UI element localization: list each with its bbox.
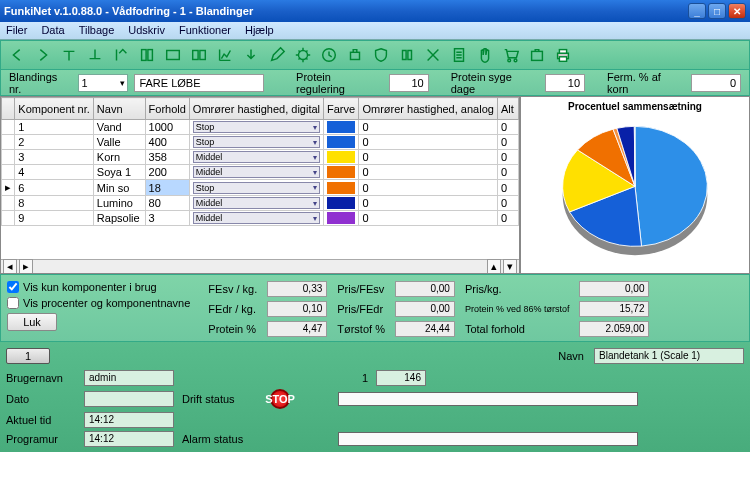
maximize-button[interactable]: □: [708, 3, 726, 19]
pump-icon[interactable]: [345, 45, 365, 65]
tank-name: Blandetank 1 (Scale 1): [594, 348, 744, 364]
bottom-icon[interactable]: [85, 45, 105, 65]
luk-button[interactable]: Luk: [7, 313, 57, 331]
title-bar: FunkiNet v.1.0.88.0 - Vådfodring - 1 - B…: [0, 0, 750, 22]
time-field: 14:12: [84, 412, 174, 428]
table-row[interactable]: 1Vand1000Stop00: [2, 120, 519, 135]
preg-field[interactable]: 10: [389, 74, 429, 92]
menu-data[interactable]: Data: [41, 24, 64, 37]
hand-icon[interactable]: [475, 45, 495, 65]
drift-bar: [338, 392, 638, 406]
table-row[interactable]: 4Soya 1200Middel00: [2, 165, 519, 180]
fesv-field: 0,33: [267, 281, 327, 297]
p86-field: 15,72: [579, 301, 649, 317]
svg-rect-11: [532, 51, 543, 60]
doc-icon[interactable]: [449, 45, 469, 65]
table-row[interactable]: ▸6Min so18Stop00: [2, 180, 519, 196]
component-grid[interactable]: Komponent nr.NavnForholdOmrører hastighe…: [0, 96, 520, 274]
tool8-icon[interactable]: [189, 45, 209, 65]
tank-tab[interactable]: 1: [6, 348, 50, 364]
menu-funktioner[interactable]: Funktioner: [179, 24, 231, 37]
bland-combo[interactable]: 1: [78, 74, 128, 92]
menu-filer[interactable]: Filer: [6, 24, 27, 37]
svg-point-10: [514, 59, 517, 62]
stats-bar: Vis kun komponenter i brug Vis procenter…: [0, 274, 750, 342]
scale-icon[interactable]: [527, 45, 547, 65]
tool6-icon[interactable]: [137, 45, 157, 65]
bottom-panel: 1 Navn Blandetank 1 (Scale 1) Brugernavn…: [0, 342, 750, 452]
svg-rect-7: [351, 52, 360, 59]
chk-inuse[interactable]: Vis kun komponenter i brug: [7, 281, 190, 293]
psyg-field[interactable]: 10: [545, 74, 585, 92]
minimize-button[interactable]: _: [688, 3, 706, 19]
chk-percent[interactable]: Vis procenter og komponentnavne: [7, 297, 190, 309]
desc-field[interactable]: FARE LØBE: [134, 74, 264, 92]
edit-icon[interactable]: [267, 45, 287, 65]
clock-icon[interactable]: [319, 45, 339, 65]
svg-rect-4: [200, 51, 205, 60]
preg-label: Protein regulering: [296, 71, 383, 95]
counter-field: 146: [376, 370, 426, 386]
menu-udskriv[interactable]: Udskriv: [128, 24, 165, 37]
grid-nav[interactable]: ◂▸▴▾: [1, 259, 519, 273]
menu-tilbage[interactable]: Tilbage: [79, 24, 115, 37]
tool5-icon[interactable]: [111, 45, 131, 65]
bland-label: Blandings nr.: [9, 71, 72, 95]
fedr-field: 0,10: [267, 301, 327, 317]
table-row[interactable]: 3Korn358Middel00: [2, 150, 519, 165]
gear-icon[interactable]: [293, 45, 313, 65]
pkg-field: 0,00: [579, 281, 649, 297]
stop-icon[interactable]: STOP: [270, 389, 290, 409]
prot-field: 4,47: [267, 321, 327, 337]
table-row[interactable]: 8Lumino80Middel00: [2, 196, 519, 211]
tor-field: 24,44: [395, 321, 455, 337]
table-row[interactable]: 9Rapsolie3Middel00: [2, 211, 519, 226]
svg-rect-13: [559, 50, 566, 54]
cross-icon[interactable]: [423, 45, 443, 65]
menu-hjaelp[interactable]: Hjælp: [245, 24, 274, 37]
print-icon[interactable]: [553, 45, 573, 65]
pfedr-field: 0,00: [395, 301, 455, 317]
down-icon[interactable]: [241, 45, 261, 65]
window-title: FunkiNet v.1.0.88.0 - Vådfodring - 1 - B…: [4, 5, 253, 17]
chart-panel: Procentuel sammensætning: [520, 96, 750, 274]
svg-rect-3: [193, 51, 198, 60]
table-row[interactable]: 2Valle400Stop00: [2, 135, 519, 150]
chart-title: Procentuel sammensætning: [525, 101, 745, 112]
pfesv-field: 0,00: [395, 281, 455, 297]
pie-chart: [545, 114, 725, 264]
svg-rect-14: [559, 57, 566, 62]
user-field: admin: [84, 370, 174, 386]
tool7-icon[interactable]: [163, 45, 183, 65]
prog-field: 14:12: [84, 431, 174, 447]
tot-field: 2.059,00: [579, 321, 649, 337]
chart-icon[interactable]: [215, 45, 235, 65]
svg-point-9: [508, 59, 511, 62]
psyg-label: Protein syge dage: [451, 71, 539, 95]
back-icon[interactable]: [7, 45, 27, 65]
toolbar: [0, 40, 750, 70]
cart-icon[interactable]: [501, 45, 521, 65]
date-field: [84, 391, 174, 407]
forward-icon[interactable]: [33, 45, 53, 65]
shield-icon[interactable]: [371, 45, 391, 65]
ferm-label: Ferm. % af korn: [607, 71, 685, 95]
num-icon[interactable]: [397, 45, 417, 65]
menu-bar: Filer Data Tilbage Udskriv Funktioner Hj…: [0, 22, 750, 40]
top-icon[interactable]: [59, 45, 79, 65]
svg-rect-1: [148, 50, 153, 61]
alarm-bar: [338, 432, 638, 446]
ferm-field[interactable]: 0: [691, 74, 741, 92]
svg-rect-2: [167, 51, 180, 60]
param-row: Blandings nr. 1 FARE LØBE Protein regule…: [0, 70, 750, 96]
svg-rect-0: [142, 50, 147, 61]
close-button[interactable]: ✕: [728, 3, 746, 19]
